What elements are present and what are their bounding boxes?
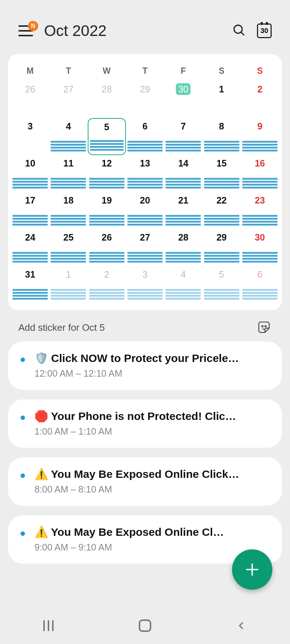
calendar-day[interactable]: 29: [202, 229, 240, 266]
weekday-header: S: [202, 62, 240, 81]
calendar-day[interactable]: 10: [11, 155, 49, 192]
calendar-day[interactable]: 5: [88, 118, 126, 155]
calendar-day[interactable]: 29: [126, 81, 164, 118]
calendar-day[interactable]: 9: [241, 118, 279, 155]
calendar-day[interactable]: 6: [126, 118, 164, 155]
day-number: 27: [62, 83, 75, 95]
calendar-day[interactable]: 13: [126, 155, 164, 192]
nav-recent[interactable]: [41, 618, 56, 633]
day-number: 16: [253, 157, 267, 169]
weekday-header: S: [241, 62, 279, 81]
calendar-day[interactable]: 6: [241, 266, 279, 303]
calendar-day[interactable]: 20: [126, 192, 164, 229]
calendar-day[interactable]: 31: [11, 266, 49, 303]
calendar-day[interactable]: 28: [88, 81, 126, 118]
day-number: 29: [138, 83, 152, 95]
event-card[interactable]: 🛡️ Click NOW to Protect your Pricele…12:…: [8, 341, 282, 390]
day-number: 31: [23, 268, 37, 280]
day-number: 9: [253, 120, 267, 132]
weekday-header: W: [88, 62, 126, 81]
event-card[interactable]: ⚠️ You May Be Exposed Online Click…8:00 …: [8, 457, 282, 506]
calendar-day[interactable]: 30: [164, 81, 202, 118]
day-number: 1: [215, 83, 228, 95]
add-event-fab[interactable]: [232, 549, 272, 590]
day-number: 25: [62, 231, 75, 243]
event-dot: [21, 416, 25, 420]
calendar-day[interactable]: 24: [11, 229, 49, 266]
day-number: 4: [177, 268, 190, 280]
calendar-day[interactable]: 14: [164, 155, 202, 192]
calendar-day[interactable]: 26: [88, 229, 126, 266]
calendar-day[interactable]: 19: [88, 192, 126, 229]
nav-back[interactable]: [234, 618, 249, 633]
calendar-day[interactable]: 18: [49, 192, 87, 229]
calendar-day[interactable]: 21: [164, 192, 202, 229]
day-number: 12: [100, 157, 113, 169]
day-number: 28: [177, 231, 190, 243]
today-number: 30: [260, 27, 268, 35]
day-number: 22: [215, 194, 228, 206]
day-number: 8: [215, 120, 228, 132]
day-number: 14: [177, 157, 190, 169]
event-title: ⚠️ You May Be Exposed Online Click…: [26, 468, 270, 480]
calendar-day[interactable]: 30: [241, 229, 279, 266]
day-number: 20: [138, 194, 152, 206]
notification-badge: N: [28, 21, 38, 31]
day-number: 7: [177, 120, 190, 132]
day-number: 2: [253, 83, 267, 95]
calendar-day[interactable]: 2: [241, 81, 279, 118]
calendar-day[interactable]: 28: [164, 229, 202, 266]
calendar-day[interactable]: 15: [202, 155, 240, 192]
calendar-day[interactable]: 1: [202, 81, 240, 118]
search-button[interactable]: [232, 23, 246, 39]
day-number: 26: [100, 231, 113, 243]
calendar-day[interactable]: 4: [49, 118, 87, 155]
calendar-day[interactable]: 25: [49, 229, 87, 266]
event-time: 12:00 AM – 12:10 AM: [26, 368, 270, 379]
calendar-day[interactable]: 3: [126, 266, 164, 303]
calendar-day[interactable]: 5: [202, 266, 240, 303]
svg-point-3: [265, 326, 266, 327]
plus-icon: [244, 561, 260, 578]
system-navbar: [0, 607, 290, 644]
day-number: 27: [138, 231, 152, 243]
calendar-day[interactable]: 7: [164, 118, 202, 155]
page-title[interactable]: Oct 2022: [44, 22, 221, 40]
event-card[interactable]: 🛑 Your Phone is not Protected! Clic…1:00…: [8, 399, 282, 448]
calendar-day[interactable]: 22: [202, 192, 240, 229]
day-number: 19: [100, 194, 113, 206]
day-number: 23: [253, 194, 267, 206]
today-button[interactable]: 30: [257, 23, 272, 38]
calendar-day[interactable]: 17: [11, 192, 49, 229]
calendar-day[interactable]: 1: [49, 266, 87, 303]
svg-point-0: [234, 25, 242, 33]
day-number: 24: [23, 231, 37, 243]
calendar-day[interactable]: 26: [11, 81, 49, 118]
event-title: 🛡️ Click NOW to Protect your Pricele…: [26, 352, 270, 365]
day-number: 1: [62, 268, 75, 280]
calendar-day[interactable]: 23: [241, 192, 279, 229]
calendar-day[interactable]: 12: [88, 155, 126, 192]
event-title: 🛑 Your Phone is not Protected! Clic…: [26, 410, 270, 422]
sticker-icon: [257, 320, 272, 335]
menu-button[interactable]: N: [18, 25, 33, 36]
calendar-day[interactable]: 27: [126, 229, 164, 266]
calendar-day[interactable]: 16: [241, 155, 279, 192]
calendar-day[interactable]: 8: [202, 118, 240, 155]
calendar-day[interactable]: 2: [88, 266, 126, 303]
calendar-day[interactable]: 3: [11, 118, 49, 155]
day-number: 3: [23, 120, 37, 132]
day-number: 30: [176, 83, 191, 95]
day-number: 17: [23, 194, 37, 206]
add-sticker-row[interactable]: Add sticker for Oct 5: [0, 310, 290, 341]
svg-line-1: [241, 32, 244, 35]
nav-home[interactable]: [138, 618, 152, 633]
day-number: 5: [215, 268, 228, 280]
search-icon: [232, 23, 246, 37]
weekday-header: T: [49, 62, 87, 81]
day-number: 6: [138, 120, 152, 132]
calendar-day[interactable]: 27: [49, 81, 87, 118]
day-number: 3: [138, 268, 152, 280]
calendar-day[interactable]: 4: [164, 266, 202, 303]
calendar-day[interactable]: 11: [49, 155, 87, 192]
